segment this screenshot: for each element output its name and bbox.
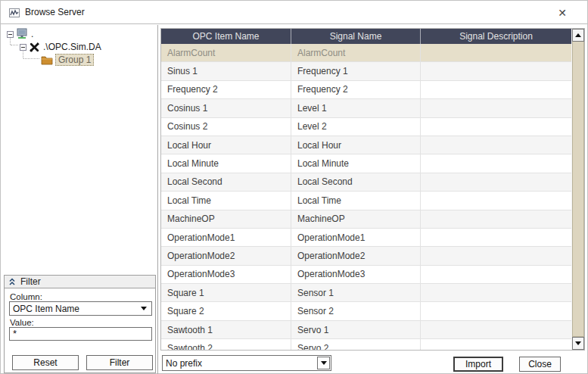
cell-opc-item-name: Square 2	[161, 302, 291, 319]
table-row[interactable]: Cosinus 2 Level 2	[161, 118, 571, 136]
signal-table: OPC Item Name Signal Name Signal Descrip…	[160, 28, 585, 351]
table-row[interactable]: Sawtooth 2 Servo 2	[161, 339, 571, 350]
cell-signal-name: Servo 1	[291, 321, 421, 338]
value-label: Value:	[10, 318, 34, 327]
cell-opc-item-name: Frequency 2	[161, 81, 291, 98]
tree-item-local-computer[interactable]: .	[7, 28, 33, 40]
column-header-signal-description[interactable]: Signal Description	[421, 29, 571, 44]
table-row[interactable]: OperationMode1 OperationMode1	[161, 229, 571, 247]
cell-opc-item-name: Square 1	[161, 284, 291, 301]
waveform-app-icon	[8, 7, 20, 19]
filter-panel-title: Filter	[20, 276, 41, 287]
column-header-opc-item-name[interactable]: OPC Item Name	[161, 29, 291, 44]
table-row[interactable]: Local Second Local Second	[161, 173, 571, 192]
table-row[interactable]: Local Hour Local Hour	[161, 136, 571, 154]
table-row[interactable]: Square 2 Sensor 2	[161, 302, 571, 320]
collapse-expander-icon[interactable]	[20, 44, 26, 51]
tree-item-label: .\OPC.Sim.DA	[43, 42, 101, 52]
cell-opc-item-name: Local Hour	[161, 136, 291, 154]
panel-splitter[interactable]	[157, 25, 158, 374]
tree-connector-line	[23, 58, 39, 59]
cell-signal-name: Local Hour	[291, 136, 421, 154]
cell-signal-description	[421, 62, 571, 79]
cell-signal-description	[421, 284, 571, 301]
cell-signal-description	[421, 192, 571, 209]
tree-item-label: .	[31, 29, 33, 39]
computer-icon	[16, 28, 28, 40]
cell-opc-item-name: Sawtooth 1	[161, 321, 291, 338]
prefix-value: No prefix	[163, 358, 317, 369]
cell-signal-description	[421, 44, 571, 61]
cell-opc-item-name: Sawtooth 2	[161, 339, 291, 350]
cell-signal-name: Local Second	[291, 173, 421, 191]
column-header-signal-name[interactable]: Signal Name	[291, 29, 421, 44]
cell-signal-name: Local Time	[291, 192, 421, 209]
cell-signal-name: Level 2	[291, 118, 421, 136]
folder-icon	[41, 55, 53, 65]
prefix-dropdown-button[interactable]	[317, 357, 330, 369]
cell-signal-name: Local Minute	[291, 154, 421, 172]
cell-signal-name: AlarmCount	[291, 44, 421, 61]
import-button[interactable]: Import	[453, 357, 503, 372]
collapse-expander-icon[interactable]	[7, 31, 14, 38]
opc-server-icon	[29, 42, 40, 53]
cell-signal-description	[421, 210, 571, 228]
cell-signal-name: OperationMode1	[291, 229, 421, 246]
scrollbar-thumb[interactable]	[572, 42, 584, 337]
table-row[interactable]: OperationMode3 OperationMode3	[161, 266, 571, 284]
tree-item-group[interactable]: Group 1	[41, 54, 94, 66]
cell-signal-description	[421, 229, 571, 246]
table-row[interactable]: Local Minute Local Minute	[161, 154, 571, 173]
cell-signal-description	[421, 173, 571, 191]
filter-panel-header[interactable]: Filter	[5, 276, 155, 288]
table-row[interactable]: Cosinus 1 Level 1	[161, 99, 571, 117]
close-window-icon[interactable]: ✕	[554, 5, 571, 20]
collapse-chevrons-icon	[8, 278, 16, 285]
cell-signal-name: Frequency 1	[291, 62, 421, 79]
cell-signal-name: Level 1	[291, 99, 421, 117]
server-tree: . .\OPC.Sim.DA Group 1	[1, 25, 157, 275]
cell-opc-item-name: OperationMode1	[161, 229, 291, 246]
table-row[interactable]: Sinus 1 Frequency 1	[161, 62, 571, 80]
table-row[interactable]: Square 1 Sensor 1	[161, 284, 571, 302]
browse-server-dialog: Browse Server ✕ . .\OPC.Sim.DA	[0, 0, 588, 374]
scroll-up-button[interactable]	[572, 29, 584, 42]
filter-button[interactable]: Filter	[86, 355, 153, 370]
filter-column-select[interactable]: OPC Item Name	[9, 301, 152, 316]
cell-signal-name: Servo 2	[291, 339, 421, 350]
cell-signal-name: OperationMode3	[291, 266, 421, 283]
reset-button[interactable]: Reset	[12, 355, 79, 370]
cell-signal-description	[421, 321, 571, 338]
cell-signal-description	[421, 99, 571, 117]
close-button[interactable]: Close	[519, 357, 561, 372]
cell-signal-description	[421, 302, 571, 319]
scroll-down-button[interactable]	[572, 337, 584, 350]
cell-opc-item-name: Local Time	[161, 192, 291, 209]
cell-opc-item-name: Local Second	[161, 173, 291, 191]
filter-value-input[interactable]: *	[9, 327, 152, 341]
vertical-scrollbar[interactable]	[571, 29, 584, 350]
cell-signal-description	[421, 266, 571, 283]
prefix-select[interactable]: No prefix	[162, 355, 331, 371]
table-row[interactable]: AlarmCount AlarmCount	[161, 44, 571, 62]
cell-opc-item-name: AlarmCount	[161, 44, 291, 61]
triangle-down-icon	[575, 341, 581, 345]
table-row[interactable]: Frequency 2 Frequency 2	[161, 81, 571, 99]
cell-signal-name: OperationMode2	[291, 247, 421, 264]
cell-signal-name: Sensor 1	[291, 284, 421, 301]
chevron-down-icon	[141, 307, 147, 310]
table-row[interactable]: OperationMode2 OperationMode2	[161, 247, 571, 265]
cell-signal-description	[421, 136, 571, 154]
cell-signal-name: MachineOP	[291, 210, 421, 228]
tree-connector-line	[11, 45, 18, 45]
cell-signal-description	[421, 247, 571, 264]
table-row[interactable]: Sawtooth 1 Servo 1	[161, 321, 571, 339]
table-row[interactable]: Local Time Local Time	[161, 192, 571, 210]
title-bar: Browse Server ✕	[1, 1, 587, 24]
chevron-down-icon	[321, 361, 327, 365]
tree-item-label-selected[interactable]: Group 1	[55, 54, 94, 66]
cell-signal-description	[421, 118, 571, 136]
tree-item-opc-server[interactable]: .\OPC.Sim.DA	[20, 41, 101, 53]
table-row[interactable]: MachineOP MachineOP	[161, 210, 571, 229]
signal-table-main: OPC Item Name Signal Name Signal Descrip…	[161, 29, 571, 350]
